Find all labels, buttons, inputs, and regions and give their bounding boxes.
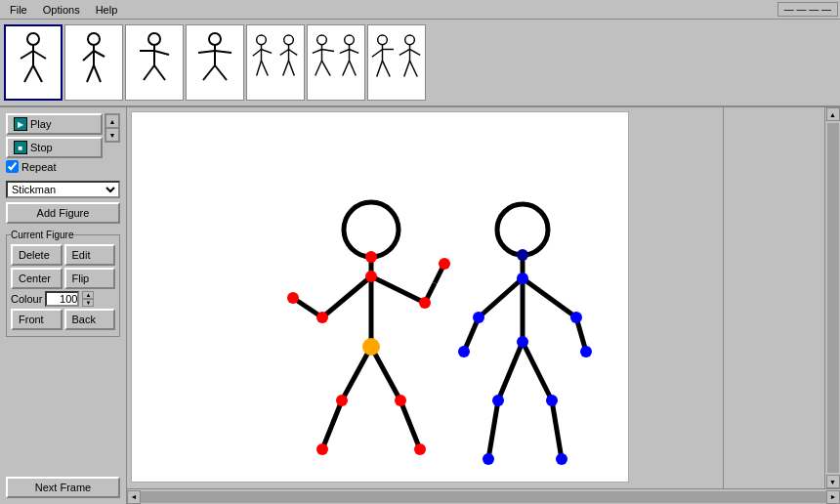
- svg-line-39: [322, 49, 335, 51]
- svg-line-11: [94, 65, 101, 82]
- right-gray-panel: ▲ ▼: [723, 107, 840, 488]
- svg-point-81: [414, 443, 426, 455]
- frame-thumb-6[interactable]: [307, 24, 365, 101]
- play-stop-row: ▶ Play ■ Stop Repeat ▲ ▼: [6, 113, 120, 173]
- svg-point-102: [556, 453, 567, 465]
- scroll-right-arrow[interactable]: ►: [826, 490, 840, 504]
- svg-point-92: [517, 249, 528, 261]
- svg-point-36: [317, 34, 327, 44]
- svg-line-26: [253, 49, 262, 56]
- svg-point-75: [419, 297, 431, 309]
- svg-point-54: [405, 34, 415, 44]
- svg-line-89: [488, 400, 498, 459]
- canvas-padding: [127, 107, 723, 488]
- colour-down[interactable]: ▼: [82, 299, 94, 307]
- svg-line-21: [215, 51, 231, 53]
- svg-line-91: [552, 400, 562, 459]
- svg-line-69: [371, 347, 400, 400]
- svg-point-48: [378, 34, 388, 44]
- right-scroll-up[interactable]: ▲: [826, 107, 840, 121]
- svg-line-8: [83, 51, 94, 61]
- svg-line-62: [322, 276, 371, 317]
- frame-thumb-2[interactable]: [64, 24, 123, 101]
- bottom-scrollbar: ◄ ►: [127, 488, 840, 504]
- edit-button[interactable]: Edit: [64, 244, 116, 266]
- svg-point-30: [284, 34, 294, 44]
- svg-point-99: [492, 395, 504, 406]
- svg-line-34: [283, 61, 289, 75]
- add-figure-button[interactable]: Add Figure: [6, 202, 120, 224]
- frame-thumb-1[interactable]: [4, 24, 63, 101]
- svg-point-77: [362, 338, 380, 356]
- svg-line-16: [144, 65, 154, 80]
- current-figure-group: Current Figure Delete Edit Center Flip C…: [6, 230, 120, 337]
- svg-line-17: [154, 65, 165, 80]
- play-icon: ▶: [14, 117, 27, 131]
- svg-line-53: [383, 61, 391, 76]
- svg-point-6: [88, 33, 100, 45]
- scroll-down-arrow[interactable]: ▼: [105, 128, 119, 142]
- right-scrollbar: ▲ ▼: [824, 107, 840, 488]
- next-frame-button[interactable]: Next Frame: [6, 477, 120, 498]
- animation-canvas[interactable]: [131, 111, 629, 483]
- play-button[interactable]: ▶ Play: [6, 113, 103, 135]
- svg-point-72: [365, 271, 377, 282]
- svg-line-33: [289, 49, 298, 55]
- svg-line-15: [154, 51, 169, 55]
- svg-line-67: [342, 347, 371, 400]
- svg-line-46: [343, 61, 350, 75]
- right-scroll-down[interactable]: ▼: [826, 475, 840, 488]
- svg-point-78: [336, 395, 348, 406]
- svg-point-79: [316, 443, 328, 455]
- svg-line-84: [479, 278, 523, 317]
- colour-up[interactable]: ▲: [82, 291, 94, 299]
- front-button[interactable]: Front: [11, 309, 63, 330]
- svg-line-44: [340, 49, 350, 53]
- main-area: ▶ Play ■ Stop Repeat ▲ ▼ St: [0, 107, 840, 504]
- frame-toolbar: [0, 20, 840, 107]
- frame-thumb-5[interactable]: [246, 24, 305, 101]
- scroll-up-arrow[interactable]: ▲: [105, 114, 119, 128]
- svg-line-86: [523, 278, 576, 317]
- svg-line-68: [322, 400, 342, 449]
- svg-line-70: [400, 400, 420, 449]
- delete-button[interactable]: Delete: [11, 244, 63, 266]
- repeat-checkbox[interactable]: [6, 160, 19, 173]
- svg-line-5: [33, 65, 42, 82]
- stop-button[interactable]: ■ Stop: [6, 137, 103, 158]
- svg-line-64: [371, 276, 425, 303]
- h-scroll-track[interactable]: [141, 491, 826, 503]
- menu-file[interactable]: File: [2, 2, 35, 18]
- animation-scrollbar: ▲ ▼: [105, 113, 120, 143]
- svg-point-18: [209, 33, 221, 45]
- colour-row: Colour 100 ▲ ▼: [11, 291, 115, 307]
- menubar: File Options Help — — — —: [0, 0, 840, 20]
- frame-thumb-3[interactable]: [125, 24, 184, 101]
- svg-line-59: [410, 61, 418, 76]
- delete-edit-row: Delete Edit: [11, 244, 115, 266]
- flip-button[interactable]: Flip: [64, 268, 116, 289]
- svg-line-32: [280, 49, 289, 55]
- svg-line-29: [262, 61, 269, 75]
- canvas-row: ▲ ▼: [127, 107, 840, 488]
- svg-point-80: [395, 395, 406, 406]
- svg-line-50: [372, 49, 383, 57]
- svg-point-12: [148, 33, 160, 45]
- menu-help[interactable]: Help: [88, 2, 126, 18]
- title-bar-extra: — — — —: [777, 2, 838, 17]
- menu-options[interactable]: Options: [35, 2, 88, 18]
- figure-type-select[interactable]: Stickman: [6, 181, 120, 198]
- svg-line-57: [410, 49, 421, 55]
- svg-point-93: [517, 273, 528, 284]
- back-button[interactable]: Back: [64, 309, 116, 330]
- svg-point-101: [546, 395, 558, 406]
- svg-line-23: [215, 65, 227, 80]
- colour-input[interactable]: 100: [45, 291, 79, 307]
- svg-line-22: [203, 65, 215, 80]
- center-button[interactable]: Center: [11, 268, 63, 289]
- colour-spinner: ▲ ▼: [82, 291, 94, 307]
- frame-thumb-4[interactable]: [186, 24, 244, 101]
- frame-thumb-7[interactable]: [367, 24, 426, 101]
- scroll-left-arrow[interactable]: ◄: [127, 490, 141, 504]
- left-panel: ▶ Play ■ Stop Repeat ▲ ▼ St: [0, 107, 127, 504]
